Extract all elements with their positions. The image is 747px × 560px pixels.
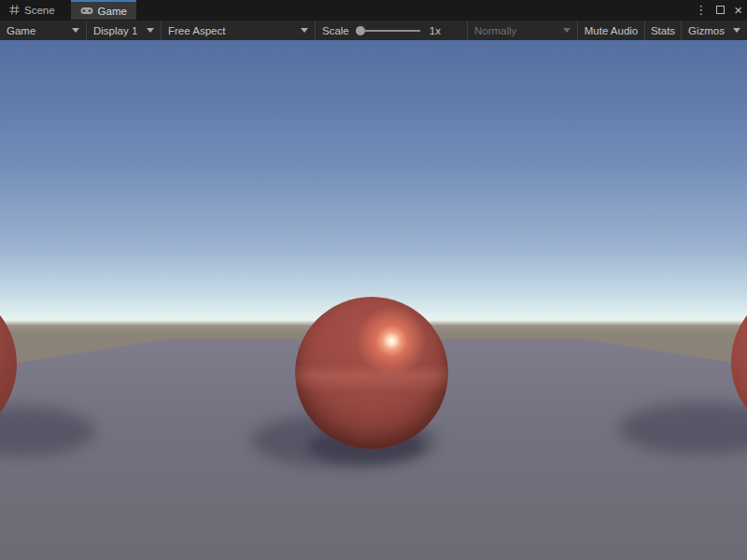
tab-bar: Scene Game ⋮ ×	[0, 0, 747, 20]
game-mode-label: Game	[7, 25, 35, 36]
unity-game-window: Scene Game ⋮ × Game Display 1	[0, 0, 747, 560]
scale-value: 1x	[430, 25, 441, 36]
scale-label: Scale	[322, 25, 349, 36]
tab-scene[interactable]: Scene	[0, 0, 64, 20]
chevron-down-icon	[147, 28, 154, 33]
tab-game-label: Game	[98, 6, 127, 17]
window-controls: ⋮ ×	[695, 0, 742, 20]
gizmos-label: Gizmos	[688, 25, 725, 36]
play-mode-behavior-dropdown[interactable]: Normally	[467, 21, 577, 40]
gizmos-dropdown[interactable]: Gizmos	[681, 21, 747, 40]
display-dropdown[interactable]: Display 1	[86, 21, 161, 40]
stats-button[interactable]: Stats	[644, 21, 681, 40]
chevron-down-icon	[301, 28, 308, 33]
close-icon[interactable]: ×	[734, 3, 742, 17]
mute-audio-button[interactable]: Mute Audio	[577, 21, 644, 40]
grid-icon	[9, 5, 20, 15]
game-view-toolbar: Game Display 1 Free Aspect Scale 1x Norm…	[0, 20, 747, 40]
aspect-label: Free Aspect	[168, 25, 225, 36]
scale-control: Scale 1x	[315, 21, 467, 40]
chevron-down-icon	[72, 28, 79, 33]
stats-label: Stats	[651, 25, 675, 36]
chevron-down-icon	[733, 28, 740, 33]
tab-scene-label: Scene	[24, 5, 55, 16]
mute-audio-label: Mute Audio	[585, 25, 639, 36]
kebab-menu-icon[interactable]: ⋮	[695, 4, 707, 16]
gamepad-icon	[80, 7, 93, 15]
maximize-icon[interactable]	[716, 6, 725, 14]
display-label: Display 1	[93, 25, 137, 36]
red-sphere-center	[295, 297, 448, 449]
game-mode-dropdown[interactable]: Game	[0, 21, 86, 40]
aspect-ratio-dropdown[interactable]: Free Aspect	[161, 21, 315, 40]
chevron-down-icon	[563, 28, 571, 33]
play-mode-behavior-label: Normally	[474, 25, 516, 36]
scale-slider-track[interactable]	[364, 30, 420, 32]
tab-game[interactable]: Game	[71, 0, 136, 20]
game-render-viewport[interactable]	[0, 40, 747, 560]
